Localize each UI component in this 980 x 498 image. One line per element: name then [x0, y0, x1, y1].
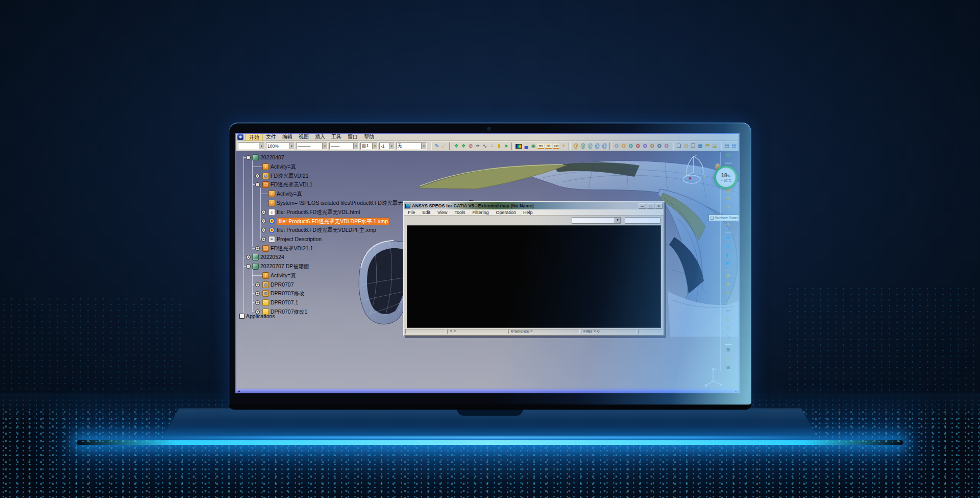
scroll-right-icon[interactable]: ► [733, 389, 739, 393]
coil-source-icon-4[interactable]: @ [594, 142, 601, 150]
flag-icon-3[interactable]: ⚑ [724, 290, 732, 299]
graphic-color-arrow-icon[interactable]: ▾ [259, 143, 264, 149]
dialog-menu-filtering[interactable]: Filtering [469, 210, 492, 215]
menu-item-6[interactable]: 工具 [328, 133, 345, 141]
sensor-fan-icon-7[interactable]: ❂ [656, 142, 663, 150]
folder-in-icon[interactable]: ⬓ [711, 142, 718, 150]
new-window-icon[interactable]: ❏ [675, 142, 682, 150]
dialog-menu-operation[interactable]: Operation [492, 210, 520, 215]
open-folder-icon[interactable]: ▤ [682, 142, 690, 150]
sensor-fan-icon-1[interactable]: ❂ [613, 142, 620, 150]
horizontal-scrollbar[interactable]: ◄ ► [236, 389, 739, 393]
zoom-level-combo[interactable]: 100%▾ [266, 143, 295, 150]
update-icon[interactable]: ✥ [453, 142, 460, 150]
tree-expander[interactable]: + [255, 246, 260, 251]
sun-source-icon[interactable]: ☀ [560, 142, 567, 150]
menu-item-1[interactable]: 开始 [246, 133, 263, 141]
import-icon-2[interactable]: ↧ [724, 325, 732, 334]
sensor-fan-icon-2[interactable]: ❂ [620, 142, 627, 150]
wave-icon[interactable]: ∿ [724, 334, 732, 342]
result-map-icon[interactable]: ▦ [697, 142, 704, 150]
sensor-fan-icon-6[interactable]: ❂ [649, 142, 656, 150]
tree-item[interactable]: +⚙FD透光罩VDI21 [236, 172, 739, 180]
frame-icon[interactable]: ▭ [724, 307, 732, 316]
prism-icon[interactable]: ◧ [724, 251, 732, 260]
painter-icon[interactable]: ☄ [440, 142, 448, 150]
dialog-title-bar[interactable]: ANSYS SPEOS for CATIA V5 - Extended map … [404, 202, 664, 209]
render-style-combo[interactable]: 无▾ [396, 143, 427, 150]
coil-source-icon-2[interactable]: @ [579, 142, 586, 150]
camera-icon-1[interactable]: ◙ [724, 346, 732, 355]
close-button[interactable]: ✕ [655, 203, 663, 209]
gear-icon[interactable]: ✦ [724, 221, 732, 230]
book-icon[interactable]: ❐ [690, 142, 697, 150]
tree-expander[interactable]: - [255, 182, 260, 187]
snap-icon[interactable]: ➤ [503, 142, 510, 150]
point-style-arrow-icon[interactable]: ▾ [389, 143, 394, 149]
scroll-left-icon[interactable]: ◄ [236, 389, 241, 393]
leaf-icon[interactable]: ✿ [724, 152, 732, 161]
cube-icon[interactable]: ◩ [724, 260, 732, 269]
histogram-icon[interactable]: ▄ [523, 142, 530, 150]
measure-icon[interactable]: ▮ [496, 142, 503, 150]
camera-icon-2[interactable]: ◙ [724, 364, 732, 372]
menu-item-8[interactable]: 帮助 [361, 133, 377, 141]
dialog-menu-tools[interactable]: Tools [451, 210, 469, 215]
bee-icon[interactable]: ✶ [724, 204, 732, 212]
menu-item-5[interactable]: 插入 [312, 133, 328, 141]
dialog-menu-file[interactable]: File [404, 210, 419, 215]
dialog-menu-view[interactable]: View [434, 210, 451, 215]
colormap-icon[interactable] [516, 144, 522, 149]
tree-item[interactable]: -❒FD透光罩无VDL1 [236, 180, 739, 188]
pen-icon[interactable]: ✑ [474, 142, 481, 150]
line-weight-arrow-icon[interactable]: ▾ [372, 143, 377, 149]
tree-item[interactable]: fActivity=真 [236, 162, 739, 171]
tree-expander[interactable]: + [261, 237, 266, 242]
point-style-combo[interactable]: ·1▾ [379, 143, 395, 150]
line-type-2-combo[interactable]: ——▾ [329, 143, 359, 150]
flag-icon-1[interactable]: ⚑ [724, 273, 732, 281]
map-type-combo[interactable]: ▼ [572, 217, 621, 224]
grid-icon-1[interactable]: ▦ [724, 234, 732, 243]
grid-icon-2[interactable]: ▦ [724, 243, 732, 251]
tree-expander[interactable]: + [246, 255, 251, 259]
folder-out-icon[interactable]: ⬒ [704, 142, 711, 150]
crown-icon[interactable]: ♛ [724, 195, 732, 204]
tree-expander[interactable]: - [246, 264, 251, 269]
fit-all-icon[interactable]: ❖ [460, 142, 467, 150]
tree-expander[interactable]: + [261, 228, 266, 232]
sensor-fan-icon-8[interactable]: ❂ [663, 142, 670, 150]
ies-file-chip[interactable]: ies [537, 144, 544, 149]
spline-icon[interactable]: ∿ [481, 142, 488, 150]
line-type-combo[interactable]: ———▾ [296, 143, 328, 150]
print-icon-3[interactable]: ▤ [738, 142, 740, 150]
maximize-button[interactable]: □ [647, 203, 654, 209]
menu-item-2[interactable]: 文件 [263, 133, 279, 141]
menu-item-3[interactable]: 编辑 [279, 133, 296, 141]
check-icon[interactable]: ✓ [724, 299, 732, 307]
extended-map-canvas[interactable] [407, 225, 661, 328]
minimize-button[interactable]: — [639, 203, 646, 209]
target-icon[interactable]: ◎ [724, 355, 732, 364]
paint-properties-icon[interactable]: ✎ [433, 142, 440, 150]
import-icon-1[interactable]: ↧ [724, 316, 732, 325]
graphic-color-combo[interactable]: ▾ [238, 143, 264, 150]
dialog-menu-help[interactable]: Help [520, 210, 536, 215]
globe-icon[interactable]: ◉ [530, 142, 537, 150]
menu-item-7[interactable]: 窗口 [345, 133, 361, 141]
coil-source-icon-5[interactable]: @ [601, 142, 608, 150]
coil-source-icon-1[interactable]: @ [572, 142, 579, 150]
points-icon[interactable]: ∴ [488, 142, 496, 150]
opt-file-chip[interactable]: opt [553, 144, 559, 149]
render-style-arrow-icon[interactable]: ▾ [421, 143, 426, 149]
dialog-menu-edit[interactable]: Edit [419, 210, 434, 215]
tree-expander[interactable]: + [261, 210, 266, 215]
tree-item[interactable]: -20220407 [236, 153, 739, 161]
tree-item[interactable]: fActivity=真 [236, 189, 739, 198]
tree-expander[interactable]: + [255, 174, 260, 178]
sensor-fan-icon-5[interactable]: ❂ [642, 142, 649, 150]
applications-node[interactable]: Applications [239, 313, 275, 319]
value-field[interactable] [625, 217, 660, 224]
no-show-icon[interactable]: ⊘ [467, 142, 474, 150]
line-type-arrow-icon[interactable]: ▾ [322, 143, 327, 149]
